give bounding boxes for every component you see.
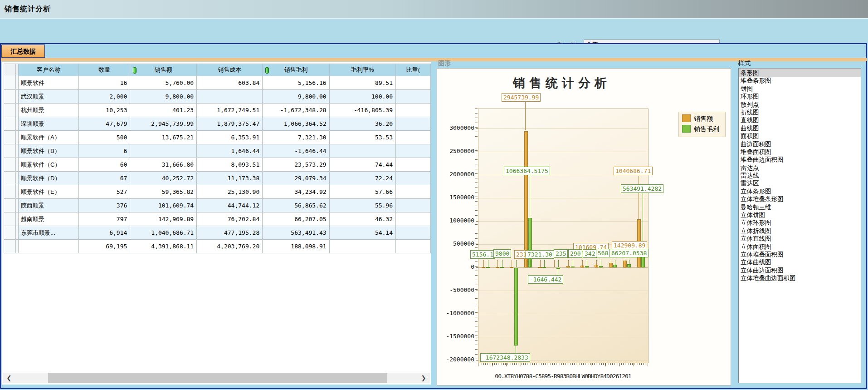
table-row[interactable]: 顺景软件（C）6031,666.808,093.5123,573.2974.44: [4, 158, 431, 172]
table-row[interactable]: 东莞市顺景...6,9141,040,686.71477,195.28563,4…: [4, 226, 431, 240]
value-cell[interactable]: 57.66: [329, 185, 395, 199]
value-cell[interactable]: 9,800.00: [263, 90, 329, 104]
value-cell[interactable]: -416,805.39: [329, 104, 395, 117]
table-row[interactable]: 杭州顺景10,253401.231,672,749.51-1,672,348.2…: [4, 104, 431, 117]
column-header[interactable]: 毛利率%: [329, 64, 395, 76]
value-cell[interactable]: [396, 117, 431, 131]
value-cell[interactable]: 25,130.90: [197, 185, 263, 199]
chart-style-option[interactable]: 雷达线: [739, 172, 861, 179]
value-cell[interactable]: 40,252.72: [130, 172, 197, 185]
row-selector[interactable]: [4, 158, 16, 172]
value-cell[interactable]: [396, 172, 431, 185]
value-cell[interactable]: [396, 90, 431, 104]
row-selector[interactable]: [4, 117, 16, 131]
row-selector[interactable]: [4, 199, 16, 212]
chart-style-option[interactable]: 雷达点: [739, 164, 861, 172]
value-cell[interactable]: 6: [79, 144, 130, 158]
chart-style-option[interactable]: 立体直线图: [739, 235, 861, 242]
column-header[interactable]: 客户名称: [18, 64, 78, 76]
table-row[interactable]: 陕西顺景376101,609.7444,744.1256,865.6255.96: [4, 199, 431, 212]
value-cell[interactable]: 4,391,868.11: [130, 240, 197, 253]
column-header[interactable]: 数量: [79, 64, 130, 76]
value-cell[interactable]: 1,672,749.51: [197, 104, 263, 117]
chart-style-option[interactable]: 立体折线图: [739, 227, 861, 235]
value-cell[interactable]: 29,079.34: [263, 172, 329, 185]
value-cell[interactable]: 31,666.80: [130, 158, 197, 172]
value-cell[interactable]: 11,173.38: [197, 172, 263, 185]
customer-name-cell[interactable]: 顺景软件（B）: [18, 144, 78, 158]
value-cell[interactable]: 74.44: [329, 158, 395, 172]
value-cell[interactable]: 54.14: [329, 226, 395, 240]
value-cell[interactable]: 23,573.29: [263, 158, 329, 172]
value-cell[interactable]: 72.24: [329, 172, 395, 185]
value-cell[interactable]: 56,865.62: [263, 199, 329, 212]
value-cell[interactable]: [396, 240, 431, 253]
chart-style-option[interactable]: 折线图: [739, 109, 861, 116]
value-cell[interactable]: 101,609.74: [130, 199, 197, 212]
chart-style-option[interactable]: 散列点: [739, 101, 861, 109]
value-cell[interactable]: 5,156.16: [263, 76, 329, 90]
value-cell[interactable]: [396, 226, 431, 240]
customer-name-cell[interactable]: 顺景软件（C）: [18, 158, 78, 172]
value-cell[interactable]: 2,945,739.99: [130, 117, 197, 131]
value-cell[interactable]: [396, 144, 431, 158]
value-cell[interactable]: -1,672,348.28: [263, 104, 329, 117]
row-selector[interactable]: [4, 144, 16, 158]
value-cell[interactable]: [130, 144, 197, 158]
value-cell[interactable]: 53.53: [329, 131, 395, 144]
value-cell[interactable]: 5,760.00: [130, 76, 197, 90]
row-selector[interactable]: [4, 185, 16, 199]
value-cell[interactable]: 7,321.30: [263, 131, 329, 144]
value-cell[interactable]: [396, 76, 431, 90]
value-cell[interactable]: 8,093.51: [197, 158, 263, 172]
value-cell[interactable]: [396, 212, 431, 226]
value-cell[interactable]: 401.23: [130, 104, 197, 117]
value-cell[interactable]: 6,914: [79, 226, 130, 240]
customer-name-cell[interactable]: 陕西顺景: [18, 199, 78, 212]
chart-style-option[interactable]: 直线图: [739, 116, 861, 124]
customer-name-cell[interactable]: 顺景软件（E）: [18, 185, 78, 199]
chart-style-option[interactable]: 曲线图: [739, 124, 861, 132]
column-header[interactable]: 比重(: [396, 64, 431, 76]
value-cell[interactable]: 1,066,364.52: [263, 117, 329, 131]
table-total-row[interactable]: 69,1954,391,868.114,203,769.20188,098.91: [4, 240, 431, 253]
row-selector[interactable]: [4, 131, 16, 144]
value-cell[interactable]: [396, 158, 431, 172]
column-header[interactable]: 销售毛利: [263, 64, 329, 76]
tab-summary-data[interactable]: 汇总数据: [1, 44, 45, 58]
horizontal-scrollbar[interactable]: ❮ ❯: [3, 373, 430, 383]
value-cell[interactable]: 527: [79, 185, 130, 199]
chart-style-option[interactable]: 立体面积图: [739, 243, 861, 251]
customer-name-cell[interactable]: 东莞市顺景...: [18, 226, 78, 240]
value-cell[interactable]: 1,879,375.47: [197, 117, 263, 131]
value-cell[interactable]: 66,207.05: [263, 212, 329, 226]
column-header[interactable]: 销售成本: [197, 64, 263, 76]
value-cell[interactable]: [396, 185, 431, 199]
value-cell[interactable]: 59,365.82: [130, 185, 197, 199]
value-cell[interactable]: [396, 131, 431, 144]
customer-name-cell[interactable]: 顺景软件: [18, 76, 78, 90]
chart-style-option[interactable]: 立体曲线图: [739, 258, 861, 266]
value-cell[interactable]: -1,646.44: [263, 144, 329, 158]
value-cell[interactable]: 376: [79, 199, 130, 212]
chart-style-listbox[interactable]: 条形图堆叠条形图饼图环形图散列点折线图直线图曲线图面积图曲边面积图堆叠面积图堆叠…: [738, 68, 861, 383]
value-cell[interactable]: 13,675.21: [130, 131, 197, 144]
value-cell[interactable]: 10,253: [79, 104, 130, 117]
chart-style-option[interactable]: 面积图: [739, 132, 861, 140]
table-row[interactable]: 武汉顺景2,0009,800.009,800.00100.00: [4, 90, 431, 104]
customer-name-cell[interactable]: 顺景软件（A）: [18, 131, 78, 144]
table-row[interactable]: 顺景软件（B）61,646.44-1,646.44: [4, 144, 431, 158]
chart-style-option[interactable]: 堆叠曲边面积图: [739, 156, 861, 163]
value-cell[interactable]: 9,800.00: [130, 90, 197, 104]
scrollbar-thumb[interactable]: [48, 373, 387, 383]
value-cell[interactable]: 36.20: [329, 117, 395, 131]
chart-style-option[interactable]: 堆叠面积图: [739, 148, 861, 156]
row-selector[interactable]: [4, 212, 16, 226]
chart-style-option[interactable]: 立体环形图: [739, 219, 861, 227]
customer-name-cell[interactable]: 杭州顺景: [18, 104, 78, 117]
chart-style-option[interactable]: 立体饼图: [739, 211, 861, 219]
value-cell[interactable]: [329, 240, 395, 253]
column-header[interactable]: 销售额: [130, 64, 197, 76]
row-selector[interactable]: [4, 90, 16, 104]
chart-style-option[interactable]: 立体条形图: [739, 188, 861, 195]
